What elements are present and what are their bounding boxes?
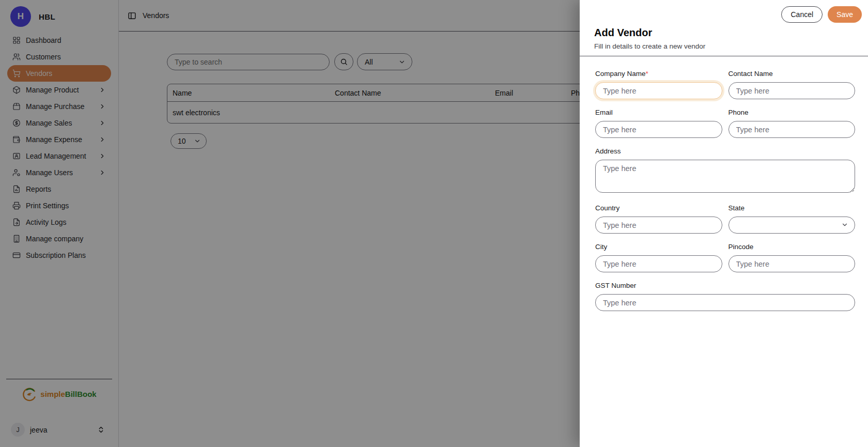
drawer-title: Add Vendor: [594, 27, 854, 39]
add-vendor-drawer: Cancel Save Add Vendor Fill in details t…: [580, 0, 868, 447]
save-button[interactable]: Save: [828, 6, 862, 23]
email-input[interactable]: [595, 121, 722, 138]
drawer-subtitle: Fill in details to create a new vendor: [594, 42, 854, 50]
field-label: GST Number: [595, 282, 855, 289]
field-address: Address: [595, 147, 855, 195]
field-country: Country: [595, 204, 722, 234]
field-pincode: Pincode: [729, 243, 856, 272]
address-textarea[interactable]: [595, 160, 855, 193]
field-label: Company Name*: [595, 70, 722, 78]
field-label: Phone: [729, 109, 856, 116]
gst-number-input[interactable]: [595, 294, 855, 311]
field-email: Email: [595, 109, 722, 138]
field-label: Contact Name: [729, 70, 856, 78]
field-city: City: [595, 243, 722, 272]
city-input[interactable]: [595, 255, 722, 272]
phone-input[interactable]: [729, 121, 856, 138]
country-input[interactable]: [595, 217, 722, 234]
cancel-button[interactable]: Cancel: [781, 6, 823, 23]
contact-name-input[interactable]: [729, 82, 856, 99]
app-root: H HBL DashboardCustomersVendorsManage Pr…: [0, 0, 868, 447]
field-label: Pincode: [729, 243, 856, 251]
field-phone: Phone: [729, 109, 856, 138]
field-state: State: [729, 204, 856, 234]
field-contact-name: Contact Name: [729, 70, 856, 99]
drawer-actions: Cancel Save: [580, 0, 868, 23]
required-asterisk: *: [646, 70, 648, 78]
field-label: City: [595, 243, 722, 251]
field-gst-number: GST Number: [595, 282, 855, 311]
pincode-input[interactable]: [729, 255, 856, 272]
drawer-head: Add Vendor Fill in details to create a n…: [580, 23, 868, 50]
add-vendor-form: Company Name*Contact NameEmailPhoneAddre…: [580, 56, 868, 320]
field-label: Country: [595, 204, 722, 212]
field-label: Address: [595, 147, 855, 155]
field-label: Email: [595, 109, 722, 116]
field-label: State: [729, 204, 856, 212]
field-company-name: Company Name*: [595, 70, 722, 99]
company-name-input[interactable]: [595, 82, 722, 99]
state-select[interactable]: [729, 217, 856, 234]
